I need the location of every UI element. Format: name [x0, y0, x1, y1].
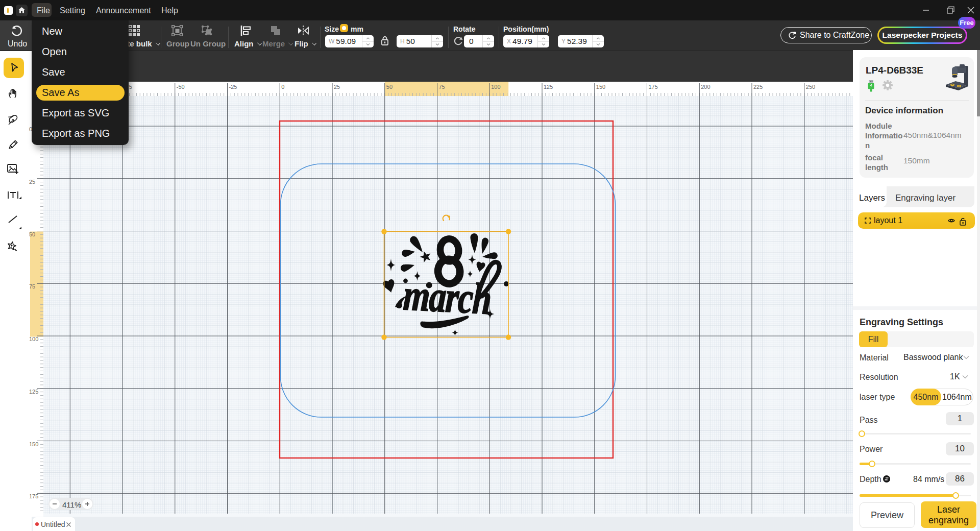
svg-text:-25: -25 [229, 84, 237, 90]
svg-text:150: 150 [596, 84, 605, 90]
svg-text:125: 125 [544, 84, 553, 90]
svg-text:175: 175 [29, 493, 38, 499]
svg-text:125: 125 [29, 389, 38, 395]
svg-text:250: 250 [806, 84, 815, 90]
svg-text:150: 150 [29, 441, 38, 447]
svg-text:225: 225 [753, 84, 763, 90]
svg-text:200: 200 [701, 84, 710, 90]
svg-text:0: 0 [281, 84, 284, 90]
svg-text:50: 50 [386, 84, 393, 90]
svg-text:25: 25 [29, 179, 35, 185]
svg-text:75: 75 [29, 283, 35, 289]
svg-text:75: 75 [439, 84, 445, 90]
svg-text:25: 25 [334, 84, 340, 90]
svg-text:march: march [402, 270, 492, 324]
svg-text:-50: -50 [177, 84, 185, 90]
svg-text:100: 100 [491, 84, 500, 90]
svg-text:50: 50 [29, 231, 35, 237]
svg-text:100: 100 [29, 336, 38, 342]
svg-text:175: 175 [649, 84, 658, 90]
